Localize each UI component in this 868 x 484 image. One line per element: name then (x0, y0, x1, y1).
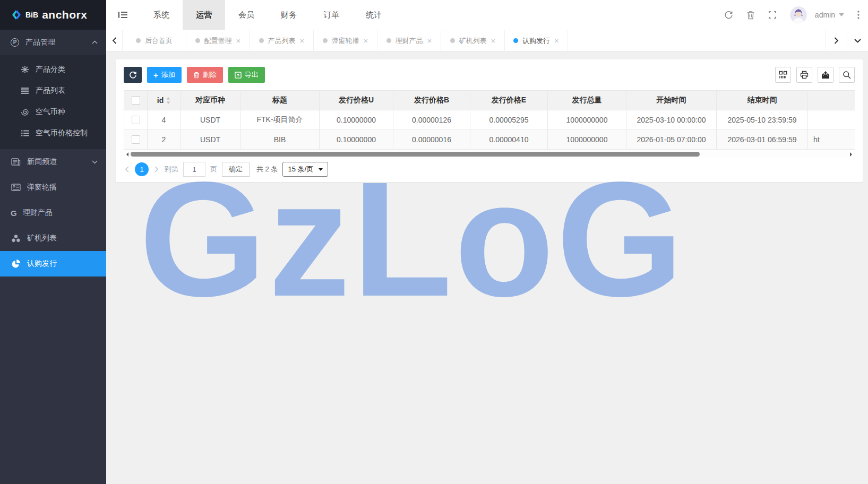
trash-icon[interactable] (746, 11, 755, 20)
cell-title: BIB (240, 130, 320, 150)
goto-page-input[interactable] (183, 162, 205, 177)
tab-label: 后台首页 (145, 36, 173, 46)
sidebar-item-popup-carousel[interactable]: 弹窗轮播 (0, 175, 106, 200)
row-checkbox[interactable] (132, 135, 140, 144)
sort-icon[interactable] (166, 97, 170, 104)
sidebar-item-product-category[interactable]: 产品分类 (0, 59, 106, 80)
current-page-button[interactable]: 1 (135, 162, 149, 176)
header-coin: 对应币种 (181, 91, 240, 110)
tabbar-right (826, 30, 868, 51)
header-total: 发行总量 (548, 91, 626, 110)
tab-popup-carousel[interactable]: 弹窗轮播 × (313, 30, 377, 51)
newspaper-icon (11, 158, 21, 166)
letter-g-icon: G (11, 209, 17, 218)
user-menu[interactable]: admin (815, 11, 844, 19)
cell-end-time: 2026-03-01 06:59:59 (717, 130, 808, 150)
app-logo[interactable]: BiB anchorx (0, 0, 106, 30)
tab-label: 配置管理 (204, 36, 232, 46)
close-tab-icon[interactable]: × (427, 37, 432, 45)
tab-dot (386, 38, 391, 43)
tab-product-list[interactable]: 产品列表 × (250, 30, 313, 51)
flower-icon (20, 66, 30, 73)
header-title: 标题 (240, 91, 320, 110)
nav-menu-statistics[interactable]: 统计 (353, 0, 395, 30)
tab-config-management[interactable]: 配置管理 × (186, 30, 250, 51)
scroll-right-icon[interactable] (849, 152, 855, 157)
delete-button[interactable]: 删除 (187, 67, 223, 83)
search-icon[interactable] (839, 67, 855, 83)
data-table-wrap: id 对应币种 标题 发行价格U 发行价格B 发行价格E 发行总量 (124, 90, 855, 150)
per-page-select[interactable]: 15 条/页 (282, 162, 328, 177)
tab-wealth-products[interactable]: 理财产品 × (377, 30, 441, 51)
header-price-b: 发行价格B (393, 91, 470, 110)
sidebar-item-label: 产品列表 (36, 86, 65, 96)
sidebar-item-subscription-issuance[interactable]: 认购发行 (0, 251, 106, 276)
total-count-label: 共 2 条 (256, 165, 278, 174)
close-tab-icon[interactable]: × (491, 37, 496, 45)
close-tab-icon[interactable]: × (554, 37, 559, 45)
nav-menu-operations[interactable]: 运营 (183, 0, 225, 30)
cell-end-time: 2025-05-10 23:59:59 (717, 110, 808, 130)
tab-miner-list[interactable]: 矿机列表 × (441, 30, 504, 51)
sidebar-group-product-management[interactable]: P 产品管理 (0, 30, 106, 55)
cell-extra (808, 110, 855, 130)
header-id[interactable]: id (148, 91, 181, 110)
print-icon[interactable] (796, 67, 812, 83)
table-row[interactable]: 2 USDT BIB 0.10000000 0.00000016 0.00000… (124, 130, 855, 150)
avatar[interactable] (790, 6, 807, 23)
username: admin (815, 11, 835, 19)
sidebar-item-air-coin[interactable]: 空气币种 (0, 101, 106, 123)
scrollbar-track[interactable] (129, 151, 849, 157)
menu-fold-icon[interactable] (106, 0, 140, 30)
refresh-icon[interactable] (724, 11, 733, 20)
sidebar-item-news-channel[interactable]: 新闻频道 (0, 149, 106, 175)
next-page-icon[interactable] (153, 166, 160, 172)
fullscreen-icon[interactable] (768, 11, 777, 19)
nav-menu-system[interactable]: 系统 (140, 0, 183, 30)
close-tab-icon[interactable]: × (300, 37, 305, 45)
confirm-page-button[interactable]: 确定 (222, 162, 250, 177)
sidebar-item-product-list[interactable]: 产品列表 (0, 80, 106, 101)
list-bullets-icon (20, 130, 30, 136)
tabs-scroll-left-icon[interactable] (106, 30, 122, 51)
sidebar-group-label: 产品管理 (25, 38, 55, 47)
select-all-checkbox[interactable] (132, 96, 140, 105)
list-icon (20, 88, 30, 94)
data-card: + 添加 删除 导出 (116, 59, 863, 182)
more-vertical-icon[interactable] (857, 11, 860, 19)
export-button[interactable]: 导出 (228, 67, 265, 83)
cell-price-b: 0.00000126 (393, 110, 470, 130)
tabs-menu-icon[interactable] (847, 30, 868, 51)
scrollbar-thumb[interactable] (131, 152, 700, 157)
sidebar-item-miner-list[interactable]: 矿机列表 (0, 226, 106, 251)
tab-label: 弹窗轮播 (332, 36, 359, 46)
export-file-icon[interactable] (818, 67, 833, 83)
tabs-scroll-right-icon[interactable] (826, 30, 847, 51)
table-row[interactable]: 4 USDT FTK-项目简介 0.10000000 0.00000126 0.… (124, 110, 855, 130)
chevron-up-icon (92, 40, 98, 44)
tab-home[interactable]: 后台首页 (122, 30, 186, 51)
cell-id: 2 (148, 130, 181, 150)
toggle-columns-icon[interactable] (775, 67, 791, 83)
table-header-row: id 对应币种 标题 发行价格U 发行价格B 发行价格E 发行总量 (124, 91, 855, 110)
refresh-table-button[interactable] (124, 67, 142, 83)
nav-menu-finance[interactable]: 财务 (268, 0, 310, 30)
close-tab-icon[interactable]: × (364, 37, 368, 45)
sidebar-menu: P 产品管理 产品分类 产品列表 (0, 30, 106, 484)
caret-down-icon (839, 13, 844, 16)
row-checkbox[interactable] (132, 116, 140, 124)
add-button[interactable]: + 添加 (147, 67, 182, 83)
prev-page-icon[interactable] (124, 166, 130, 172)
sidebar-item-wealth-products[interactable]: G 理财产品 (0, 200, 106, 226)
header-price-e: 发行价格E (470, 91, 548, 110)
scroll-left-icon[interactable] (124, 152, 129, 157)
tab-subscription-issuance[interactable]: 认购发行 × (504, 30, 568, 51)
close-tab-icon[interactable]: × (236, 37, 241, 45)
nav-menu-members[interactable]: 会员 (225, 0, 268, 30)
app-root: BiB anchorx P 产品管理 产品分类 (0, 0, 868, 484)
sidebar-item-label: 空气币价格控制 (36, 128, 88, 138)
nav-menu-orders[interactable]: 订单 (310, 0, 353, 30)
cell-total: 1000000000 (548, 130, 626, 150)
table-tool-icons (775, 67, 855, 83)
sidebar-item-air-coin-price-control[interactable]: 空气币价格控制 (0, 123, 106, 144)
